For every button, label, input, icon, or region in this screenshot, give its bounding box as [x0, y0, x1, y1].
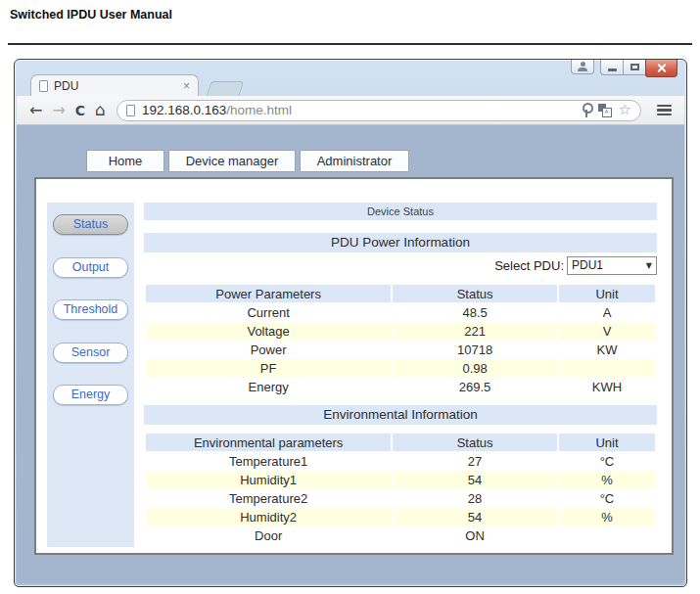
status-cell: 27 [393, 452, 557, 470]
window-controls [571, 60, 677, 77]
tab-close-icon[interactable]: × [183, 80, 190, 92]
status-cell: 221 [393, 322, 557, 340]
param-cell: PF [146, 359, 391, 377]
tab-administrator[interactable]: Administrator [300, 150, 409, 172]
power-table: Power Parameters Status Unit Current48.5… [144, 284, 657, 396]
status-cell: 48.5 [393, 303, 557, 321]
status-cell: ON [393, 526, 557, 544]
back-button[interactable]: ← [29, 103, 42, 118]
chevron-down-icon: ▼ [646, 261, 652, 270]
page-icon [39, 80, 48, 92]
reload-button[interactable]: C [75, 104, 85, 117]
browser-titlebar: PDU × [15, 60, 686, 96]
minimize-icon [608, 69, 617, 71]
sidebar-item-threshold[interactable]: Threshold [53, 299, 128, 320]
page-title: Switched IPDU User Manual [10, 8, 172, 22]
close-icon [656, 63, 667, 73]
device-status-header: Device Status [144, 203, 657, 220]
status-cell: 28 [393, 489, 557, 507]
unit-cell: °C [559, 452, 655, 470]
sidebar-item-energy[interactable]: Energy [53, 385, 128, 405]
status-cell: 269.5 [393, 378, 557, 395]
column-header: Environmental parameters [146, 434, 391, 451]
column-header: Unit [559, 434, 655, 451]
param-cell: Temperature2 [146, 489, 391, 507]
tab-device-manager[interactable]: Device manager [168, 150, 296, 172]
column-header: Power Parameters [146, 285, 391, 302]
environment-table: Environmental parameters Status Unit Tem… [144, 433, 657, 545]
param-cell: Humidity1 [146, 471, 391, 488]
profile-icon [581, 62, 585, 67]
home-button[interactable]: ⌂ [95, 102, 106, 118]
pdu-select-value: PDU1 [572, 258, 646, 272]
pdu-select-dropdown[interactable]: PDU1 ▼ [567, 256, 657, 275]
unit-cell: % [559, 508, 655, 525]
select-pdu-row: Select PDU: PDU1 ▼ [144, 254, 657, 276]
maximize-button[interactable] [623, 60, 646, 75]
unit-cell: KW [559, 341, 655, 358]
menu-button[interactable] [651, 101, 677, 120]
browser-window: PDU × ← → C ⌂ [14, 59, 687, 587]
sidebar: Status Output Threshold Sensor Energy [47, 203, 134, 547]
environment-section-title: Environmental Information [144, 405, 657, 425]
table-row: Temperature228°C [146, 489, 655, 507]
browser-toolbar: ← → C ⌂ 192.168.0.163/home.html ☆ [17, 96, 684, 125]
table-row: Humidity254% [146, 508, 655, 525]
param-cell: Door [146, 526, 391, 544]
table-row: DoorON [146, 526, 655, 544]
tab-home[interactable]: Home [86, 150, 164, 172]
table-row: PF0.98 [146, 359, 655, 377]
bookmark-star-icon[interactable]: ☆ [619, 103, 631, 117]
unit-cell: A [559, 303, 655, 321]
param-cell: Energy [146, 378, 391, 395]
table-row: Energy269.5KWH [146, 378, 655, 395]
column-header: Status [393, 434, 557, 451]
close-button[interactable] [645, 60, 677, 77]
maximize-icon [630, 64, 639, 70]
status-cell: 0.98 [393, 359, 557, 377]
unit-cell: V [559, 322, 655, 340]
status-cell: 54 [393, 508, 557, 525]
table-row: Humidity154% [146, 471, 655, 488]
sidebar-item-sensor[interactable]: Sensor [53, 343, 128, 363]
status-cell: 10718 [393, 341, 557, 358]
status-cell: 54 [393, 471, 557, 488]
minimize-button[interactable] [600, 60, 624, 75]
manual-page: Switched IPDU User Manual PDU × [0, 0, 700, 594]
page-viewport: Home Device manager Administrator Status… [17, 125, 684, 583]
browser-tab[interactable]: PDU × [30, 74, 199, 96]
param-cell: Power [146, 341, 391, 358]
table-row: Current48.5A [146, 303, 655, 321]
main-content: Device Status PDU Power Information Sele… [144, 203, 657, 545]
param-cell: Temperature1 [146, 452, 391, 470]
url-text: 192.168.0.163/home.html [142, 103, 292, 117]
table-row: Power10718KW [146, 341, 655, 358]
heading-divider [8, 43, 692, 45]
browser-tab-title: PDU [54, 79, 183, 93]
forward-button[interactable]: → [52, 103, 65, 118]
content-panel: Status Output Threshold Sensor Energy De… [34, 177, 674, 555]
power-section-title: PDU Power Information [144, 233, 657, 252]
environment-table-header: Environmental parameters Status Unit [146, 434, 655, 451]
table-row: Temperature127°C [146, 452, 655, 470]
unit-cell: KWH [559, 378, 655, 395]
page-icon [126, 105, 135, 116]
unit-cell [559, 526, 655, 544]
key-icon[interactable] [582, 103, 590, 117]
sidebar-item-output[interactable]: Output [53, 257, 128, 278]
unit-cell: % [559, 471, 655, 488]
param-cell: Humidity2 [146, 508, 391, 525]
param-cell: Current [146, 303, 391, 321]
translate-icon[interactable] [598, 104, 612, 117]
profile-button[interactable] [571, 60, 594, 74]
unit-cell: °C [559, 489, 655, 507]
sidebar-item-status[interactable]: Status [53, 214, 128, 235]
address-bar[interactable]: 192.168.0.163/home.html ☆ [117, 100, 641, 121]
table-row: Voltage221V [146, 322, 655, 340]
power-table-header: Power Parameters Status Unit [146, 285, 655, 302]
select-pdu-label: Select PDU: [494, 258, 564, 273]
column-header: Unit [559, 285, 655, 302]
new-tab-button[interactable] [207, 81, 245, 96]
site-nav-tabs: Home Device manager Administrator [86, 150, 409, 172]
unit-cell [559, 359, 655, 377]
